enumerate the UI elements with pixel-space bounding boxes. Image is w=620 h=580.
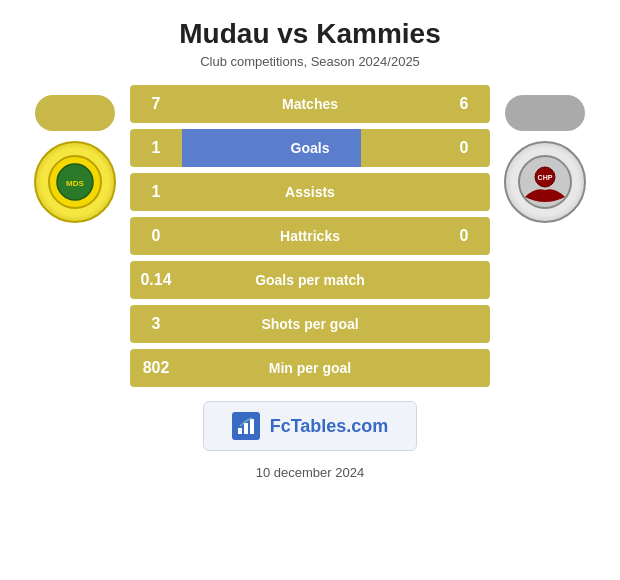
stat-label-assists: Assists xyxy=(182,173,438,211)
stat-label-matches: Matches xyxy=(182,85,438,123)
fctables-text: FcTables.com xyxy=(270,416,389,437)
stat-row-shots-per-goal: 3 Shots per goal xyxy=(130,305,490,343)
fctables-suffix: Tables.com xyxy=(291,416,389,436)
stat-right-goals: 0 xyxy=(438,129,490,167)
comparison-section: MDS 7 Matches 6 1 Goals 0 1 Assists xyxy=(0,85,620,387)
stat-label-goals: Goals xyxy=(182,129,438,167)
stats-container: 7 Matches 6 1 Goals 0 1 Assists 0 Hattri… xyxy=(130,85,490,387)
stat-row-goals-per-match: 0.14 Goals per match xyxy=(130,261,490,299)
chart-icon xyxy=(236,416,256,436)
stat-row-min-per-goal: 802 Min per goal xyxy=(130,349,490,387)
svg-text:MDS: MDS xyxy=(66,179,84,188)
svg-rect-7 xyxy=(244,423,248,434)
stat-right-mpg xyxy=(438,349,490,387)
stat-left-matches: 7 xyxy=(130,85,182,123)
team-left-container: MDS xyxy=(20,95,130,223)
stat-left-goals: 1 xyxy=(130,129,182,167)
fctables-icon xyxy=(232,412,260,440)
svg-rect-6 xyxy=(238,428,242,434)
goals-label-text: Goals xyxy=(182,140,438,156)
stat-left-spg: 3 xyxy=(130,305,182,343)
stat-left-gpm: 0.14 xyxy=(130,261,182,299)
svg-rect-8 xyxy=(250,419,254,434)
stat-label-spg: Shots per goal xyxy=(182,305,438,343)
stat-right-matches: 6 xyxy=(438,85,490,123)
stat-right-assists xyxy=(438,173,490,211)
team-left-badge: MDS xyxy=(34,141,116,223)
svg-text:CHP: CHP xyxy=(538,174,553,181)
stat-label-mpg: Min per goal xyxy=(182,349,438,387)
stat-row-goals: 1 Goals 0 xyxy=(130,129,490,167)
mamelodi-logo-icon: MDS xyxy=(45,152,105,212)
stat-left-hattricks: 0 xyxy=(130,217,182,255)
stat-right-gpm xyxy=(438,261,490,299)
stat-row-matches: 7 Matches 6 xyxy=(130,85,490,123)
subtitle: Club competitions, Season 2024/2025 xyxy=(200,54,420,69)
date-footer: 10 december 2024 xyxy=(256,465,364,480)
stat-left-mpg: 802 xyxy=(130,349,182,387)
team-right-container: CHP xyxy=(490,95,600,223)
stat-right-hattricks: 0 xyxy=(438,217,490,255)
team-right-badge: CHP xyxy=(504,141,586,223)
team-right-oval xyxy=(505,95,585,131)
stat-right-spg xyxy=(438,305,490,343)
stat-row-hattricks: 0 Hattricks 0 xyxy=(130,217,490,255)
stat-label-hattricks: Hattricks xyxy=(182,217,438,255)
chippers-logo-icon: CHP xyxy=(515,152,575,212)
stat-label-gpm: Goals per match xyxy=(182,261,438,299)
stat-row-assists: 1 Assists xyxy=(130,173,490,211)
fctables-prefix: Fc xyxy=(270,416,291,436)
page-title: Mudau vs Kammies xyxy=(179,18,440,50)
team-left-oval xyxy=(35,95,115,131)
stat-left-assists: 1 xyxy=(130,173,182,211)
fctables-banner[interactable]: FcTables.com xyxy=(203,401,418,451)
